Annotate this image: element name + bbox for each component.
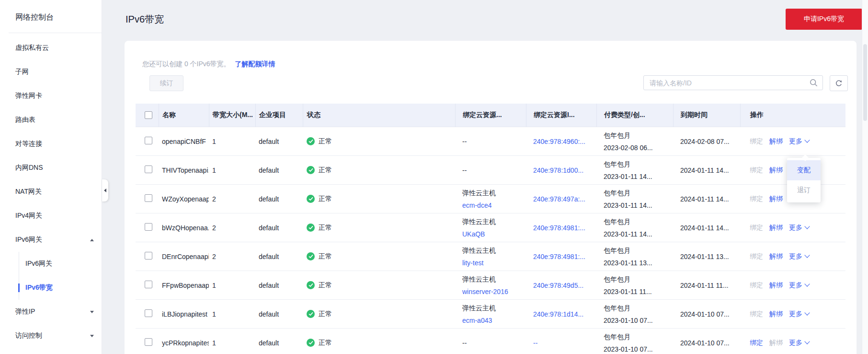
row-checkbox[interactable]: [145, 165, 152, 173]
resource-id-link[interactable]: 240e:978:1d14...: [533, 310, 583, 318]
apply-ipv6-bandwidth-button[interactable]: 申请IPv6带宽: [786, 9, 862, 30]
cell-project: default: [255, 282, 303, 289]
table-row: DEnrCopenaapi...2default正常弹性云主机lity-test…: [136, 242, 845, 271]
table-body: openapiCNBfF1default正常--240e:978:4960:..…: [136, 127, 845, 354]
column-header-label: 到期时间: [681, 111, 708, 119]
more-action[interactable]: 更多: [789, 339, 809, 347]
cell-bound-resource: --: [455, 337, 526, 349]
quota-details-link[interactable]: 了解配额详情: [235, 60, 275, 68]
unbind-action[interactable]: 解绑: [769, 224, 783, 232]
sidebar-item-6[interactable]: NAT网关: [0, 180, 102, 204]
cell-operations: 绑定解绑更多: [740, 281, 845, 290]
resource-id-link[interactable]: 240e:978:4981:...: [533, 253, 585, 260]
unbind-action[interactable]: 解绑: [769, 252, 783, 261]
row-checkbox[interactable]: [145, 137, 152, 144]
select-all-checkbox[interactable]: [145, 111, 152, 119]
sidebar-item-3[interactable]: 路由表: [0, 108, 102, 132]
cell-status: 正常: [303, 195, 455, 203]
scrollbar-thumb[interactable]: [863, 44, 867, 121]
bind-action: 绑定: [750, 224, 763, 232]
unbind-action[interactable]: 解绑: [769, 310, 783, 319]
unbind-action[interactable]: 解绑: [769, 137, 783, 146]
chevron-down-icon: [90, 335, 94, 337]
sidebar-item-8[interactable]: IPv6网关: [0, 228, 102, 252]
cell-checkbox: [136, 194, 159, 203]
chevron-down-icon: [804, 310, 810, 315]
sidebar-item-9[interactable]: 弹性IP: [0, 300, 102, 324]
sidebar-item-7[interactable]: IPv4网关: [0, 204, 102, 228]
column-header-1: 带宽大小(M...: [209, 104, 255, 127]
row-checkbox[interactable]: [145, 252, 152, 260]
search-icon[interactable]: [810, 79, 818, 88]
billing-type: 包年包月: [604, 302, 673, 314]
sidebar-item-10[interactable]: 访问控制: [0, 324, 102, 348]
cell-name: WZoyXopenaap...: [159, 195, 209, 203]
row-checkbox[interactable]: [145, 309, 152, 317]
bind-action[interactable]: 绑定: [750, 339, 763, 347]
cell-operations: 绑定解绑更多: [740, 137, 845, 146]
resource-id-link[interactable]: 240e:978:4981:...: [533, 224, 585, 232]
sidebar-subitem-8-0[interactable]: IPv6网关: [19, 252, 102, 276]
sidebar-item-0[interactable]: 虚拟私有云: [0, 36, 102, 60]
unbind-action[interactable]: 解绑: [769, 281, 783, 290]
sidebar-item-label: 弹性网卡: [15, 92, 42, 100]
dropdown-item-1[interactable]: 退订: [787, 180, 821, 201]
more-action[interactable]: 更多: [789, 224, 809, 232]
resource-id-link[interactable]: 240e:978:4960:...: [533, 138, 585, 145]
resource-name-link[interactable]: ecm-a043: [462, 314, 526, 327]
resource-name-link[interactable]: lity-test: [462, 257, 526, 269]
sidebar-subitem-8-1[interactable]: IPv6带宽: [19, 276, 102, 300]
resource-type: 弹性云主机: [462, 244, 526, 257]
row-checkbox[interactable]: [145, 281, 152, 288]
row-checkbox[interactable]: [145, 223, 152, 231]
status-text: 正常: [319, 339, 332, 347]
bind-action: 绑定: [750, 195, 763, 203]
cell-bandwidth: 2: [209, 224, 255, 232]
more-action[interactable]: 更多: [789, 281, 809, 290]
cell-resource-id: 240e:978:497a:...: [526, 195, 596, 203]
page-title: IPv6带宽: [126, 13, 164, 25]
column-header-label: 状态: [307, 111, 320, 119]
cell-checkbox: [136, 223, 159, 232]
sidebar-item-5[interactable]: 内网DNS: [0, 156, 102, 180]
unbind-action[interactable]: 解绑: [769, 195, 783, 203]
table-row: iLBJiopnapitest1default正常弹性云主机ecm-a04324…: [136, 300, 845, 329]
resource-name-link[interactable]: UKaQB: [462, 228, 526, 240]
sidebar-item-2[interactable]: 弹性网卡: [0, 84, 102, 108]
chevron-down-icon: [804, 137, 810, 142]
cell-expire-time: 2024-01-10 07...: [673, 339, 740, 347]
cell-project: default: [255, 195, 303, 203]
more-action[interactable]: 更多: [789, 310, 809, 319]
sidebar-item-4[interactable]: 对等连接: [0, 132, 102, 156]
resource-name-link[interactable]: winserver-2016: [462, 285, 526, 298]
cell-status: 正常: [303, 224, 455, 232]
sidebar-item-1[interactable]: 子网: [0, 60, 102, 84]
resource-name-link[interactable]: ecm-dce4: [462, 199, 526, 212]
column-header-7: 到期时间: [673, 104, 740, 127]
cell-resource-id: 240e:978:1d14...: [526, 310, 596, 318]
row-checkbox[interactable]: [145, 194, 152, 202]
cell-expire-time: 2024-01-11 14...: [673, 224, 740, 232]
page-scrollbar[interactable]: [862, 0, 868, 354]
chevron-down-icon: [804, 281, 810, 286]
cell-expire-time: 2024-01-11 13...: [673, 253, 740, 260]
billing-type: 包年包月: [604, 273, 673, 285]
more-action[interactable]: 更多: [789, 252, 809, 261]
search-input[interactable]: [643, 75, 823, 90]
more-action[interactable]: 更多: [789, 137, 809, 146]
cell-name: bWzQHopenaa...: [159, 224, 209, 232]
cell-expire-time: 2024-01-10 07...: [673, 310, 740, 318]
table-row: WZoyXopenaap...2default正常弹性云主机ecm-dce424…: [136, 185, 845, 213]
row-checkbox[interactable]: [145, 338, 152, 346]
renew-button[interactable]: 续订: [149, 75, 183, 91]
resource-id-link[interactable]: 240e:978:49d5...: [533, 282, 583, 289]
resource-id-link[interactable]: 240e:978:1d00...: [533, 166, 583, 174]
dropdown-item-0[interactable]: 变配: [787, 160, 821, 180]
refresh-button[interactable]: [830, 75, 848, 91]
unbind-action[interactable]: 解绑: [769, 166, 783, 175]
cell-project: default: [255, 253, 303, 260]
resource-id-link[interactable]: 240e:978:497a:...: [533, 195, 585, 203]
resource-type: 弹性云主机: [462, 302, 526, 314]
sidebar-collapse-handle[interactable]: [102, 179, 108, 201]
cell-bound-resource: 弹性云主机ecm-a043: [455, 302, 526, 327]
